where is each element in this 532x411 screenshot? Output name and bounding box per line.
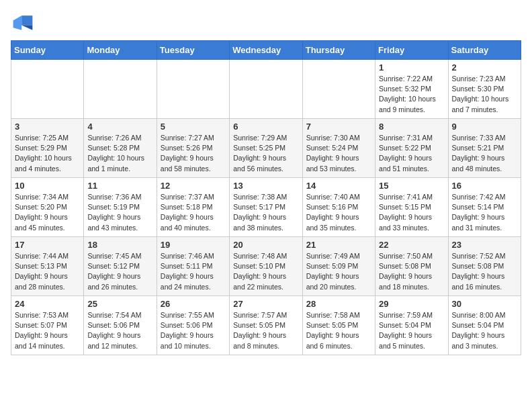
svg-marker-0 <box>21 15 32 25</box>
calendar-cell <box>84 60 157 119</box>
calendar-cell: 10Sunrise: 7:34 AM Sunset: 5:20 PM Dayli… <box>11 178 84 237</box>
day-info: Sunrise: 7:42 AM Sunset: 5:14 PM Dayligh… <box>452 192 517 233</box>
day-number: 8 <box>379 122 444 132</box>
calendar-week: 1Sunrise: 7:22 AM Sunset: 5:32 PM Daylig… <box>11 60 521 119</box>
day-number: 26 <box>161 299 226 309</box>
day-info: Sunrise: 7:30 AM Sunset: 5:24 PM Dayligh… <box>306 133 371 174</box>
day-info: Sunrise: 7:22 AM Sunset: 5:32 PM Dayligh… <box>379 74 444 115</box>
day-info: Sunrise: 7:37 AM Sunset: 5:18 PM Dayligh… <box>161 192 226 233</box>
day-number: 7 <box>306 122 371 132</box>
header-row: SundayMondayTuesdayWednesdayThursdayFrid… <box>11 41 521 60</box>
calendar-cell: 15Sunrise: 7:41 AM Sunset: 5:15 PM Dayli… <box>375 178 448 237</box>
day-number: 1 <box>379 62 444 73</box>
day-number: 2 <box>452 62 517 73</box>
day-number: 14 <box>306 181 371 191</box>
day-number: 29 <box>379 299 444 309</box>
calendar-cell: 11Sunrise: 7:36 AM Sunset: 5:19 PM Dayli… <box>84 178 157 237</box>
calendar-cell: 7Sunrise: 7:30 AM Sunset: 5:24 PM Daylig… <box>302 119 375 178</box>
calendar-cell: 26Sunrise: 7:55 AM Sunset: 5:06 PM Dayli… <box>157 296 229 355</box>
calendar-cell: 2Sunrise: 7:23 AM Sunset: 5:30 PM Daylig… <box>448 60 521 119</box>
day-number: 4 <box>87 122 152 132</box>
calendar-cell: 12Sunrise: 7:37 AM Sunset: 5:18 PM Dayli… <box>157 178 229 237</box>
calendar-cell: 13Sunrise: 7:38 AM Sunset: 5:17 PM Dayli… <box>230 178 302 237</box>
day-number: 20 <box>233 240 298 250</box>
calendar-week: 24Sunrise: 7:53 AM Sunset: 5:07 PM Dayli… <box>11 296 521 355</box>
calendar-cell: 9Sunrise: 7:33 AM Sunset: 5:21 PM Daylig… <box>448 119 521 178</box>
calendar-cell <box>11 60 84 119</box>
day-info: Sunrise: 7:27 AM Sunset: 5:26 PM Dayligh… <box>161 133 226 174</box>
day-info: Sunrise: 7:52 AM Sunset: 5:08 PM Dayligh… <box>452 251 517 292</box>
calendar-cell: 23Sunrise: 7:52 AM Sunset: 5:08 PM Dayli… <box>448 237 521 296</box>
calendar-cell: 25Sunrise: 7:54 AM Sunset: 5:06 PM Dayli… <box>84 296 157 355</box>
svg-marker-2 <box>13 15 22 30</box>
day-info: Sunrise: 7:46 AM Sunset: 5:11 PM Dayligh… <box>161 251 226 292</box>
day-info: Sunrise: 7:26 AM Sunset: 5:28 PM Dayligh… <box>87 133 152 174</box>
header-day: Friday <box>375 41 448 60</box>
day-info: Sunrise: 7:49 AM Sunset: 5:09 PM Dayligh… <box>306 251 371 292</box>
calendar-cell: 8Sunrise: 7:31 AM Sunset: 5:22 PM Daylig… <box>375 119 448 178</box>
day-number: 24 <box>15 299 80 309</box>
day-info: Sunrise: 7:54 AM Sunset: 5:06 PM Dayligh… <box>87 310 152 351</box>
calendar-body: 1Sunrise: 7:22 AM Sunset: 5:32 PM Daylig… <box>11 60 521 355</box>
day-info: Sunrise: 7:25 AM Sunset: 5:29 PM Dayligh… <box>15 133 80 174</box>
calendar-cell: 17Sunrise: 7:44 AM Sunset: 5:13 PM Dayli… <box>11 237 84 296</box>
calendar-cell: 30Sunrise: 8:00 AM Sunset: 5:04 PM Dayli… <box>448 296 521 355</box>
calendar-cell: 5Sunrise: 7:27 AM Sunset: 5:26 PM Daylig… <box>157 119 229 178</box>
day-info: Sunrise: 7:44 AM Sunset: 5:13 PM Dayligh… <box>15 251 80 292</box>
calendar-cell: 27Sunrise: 7:57 AM Sunset: 5:05 PM Dayli… <box>230 296 302 355</box>
calendar-header: SundayMondayTuesdayWednesdayThursdayFrid… <box>11 41 521 60</box>
day-number: 28 <box>306 299 371 309</box>
day-info: Sunrise: 7:34 AM Sunset: 5:20 PM Dayligh… <box>15 192 80 233</box>
day-info: Sunrise: 7:48 AM Sunset: 5:10 PM Dayligh… <box>233 251 298 292</box>
calendar-week: 3Sunrise: 7:25 AM Sunset: 5:29 PM Daylig… <box>11 119 521 178</box>
day-info: Sunrise: 7:33 AM Sunset: 5:21 PM Dayligh… <box>452 133 517 174</box>
calendar-cell <box>230 60 302 119</box>
day-number: 17 <box>15 240 80 250</box>
day-info: Sunrise: 7:55 AM Sunset: 5:06 PM Dayligh… <box>161 310 226 351</box>
day-number: 30 <box>452 299 517 309</box>
header-day: Monday <box>84 41 157 60</box>
day-info: Sunrise: 7:57 AM Sunset: 5:05 PM Dayligh… <box>233 310 298 351</box>
day-info: Sunrise: 8:00 AM Sunset: 5:04 PM Dayligh… <box>452 310 517 351</box>
calendar-cell: 19Sunrise: 7:46 AM Sunset: 5:11 PM Dayli… <box>157 237 229 296</box>
day-number: 19 <box>161 240 226 250</box>
calendar-table: SundayMondayTuesdayWednesdayThursdayFrid… <box>11 40 521 355</box>
header-day: Wednesday <box>230 41 302 60</box>
day-number: 27 <box>233 299 298 309</box>
header-day: Saturday <box>448 41 521 60</box>
day-number: 16 <box>452 181 517 191</box>
day-number: 6 <box>233 122 298 132</box>
day-number: 11 <box>87 181 152 191</box>
day-number: 13 <box>233 181 298 191</box>
day-info: Sunrise: 7:36 AM Sunset: 5:19 PM Dayligh… <box>87 192 152 233</box>
day-info: Sunrise: 7:31 AM Sunset: 5:22 PM Dayligh… <box>379 133 444 174</box>
page-header <box>11 11 521 35</box>
calendar-cell: 21Sunrise: 7:49 AM Sunset: 5:09 PM Dayli… <box>302 237 375 296</box>
calendar-cell: 1Sunrise: 7:22 AM Sunset: 5:32 PM Daylig… <box>375 60 448 119</box>
day-number: 12 <box>161 181 226 191</box>
day-number: 9 <box>452 122 517 132</box>
day-number: 5 <box>161 122 226 132</box>
calendar-week: 17Sunrise: 7:44 AM Sunset: 5:13 PM Dayli… <box>11 237 521 296</box>
header-day: Thursday <box>302 41 375 60</box>
calendar-cell: 24Sunrise: 7:53 AM Sunset: 5:07 PM Dayli… <box>11 296 84 355</box>
day-info: Sunrise: 7:45 AM Sunset: 5:12 PM Dayligh… <box>87 251 152 292</box>
day-info: Sunrise: 7:50 AM Sunset: 5:08 PM Dayligh… <box>379 251 444 292</box>
day-info: Sunrise: 7:40 AM Sunset: 5:16 PM Dayligh… <box>306 192 371 233</box>
day-info: Sunrise: 7:58 AM Sunset: 5:05 PM Dayligh… <box>306 310 371 351</box>
day-number: 25 <box>87 299 152 309</box>
calendar-cell: 29Sunrise: 7:59 AM Sunset: 5:04 PM Dayli… <box>375 296 448 355</box>
day-number: 15 <box>379 181 444 191</box>
day-info: Sunrise: 7:23 AM Sunset: 5:30 PM Dayligh… <box>452 74 517 115</box>
logo <box>11 11 38 35</box>
day-number: 22 <box>379 240 444 250</box>
day-info: Sunrise: 7:38 AM Sunset: 5:17 PM Dayligh… <box>233 192 298 233</box>
calendar-cell: 22Sunrise: 7:50 AM Sunset: 5:08 PM Dayli… <box>375 237 448 296</box>
calendar-cell: 3Sunrise: 7:25 AM Sunset: 5:29 PM Daylig… <box>11 119 84 178</box>
day-number: 23 <box>452 240 517 250</box>
header-day: Sunday <box>11 41 84 60</box>
header-day: Tuesday <box>157 41 229 60</box>
calendar-cell <box>157 60 229 119</box>
day-info: Sunrise: 7:41 AM Sunset: 5:15 PM Dayligh… <box>379 192 444 233</box>
svg-marker-1 <box>21 26 32 30</box>
